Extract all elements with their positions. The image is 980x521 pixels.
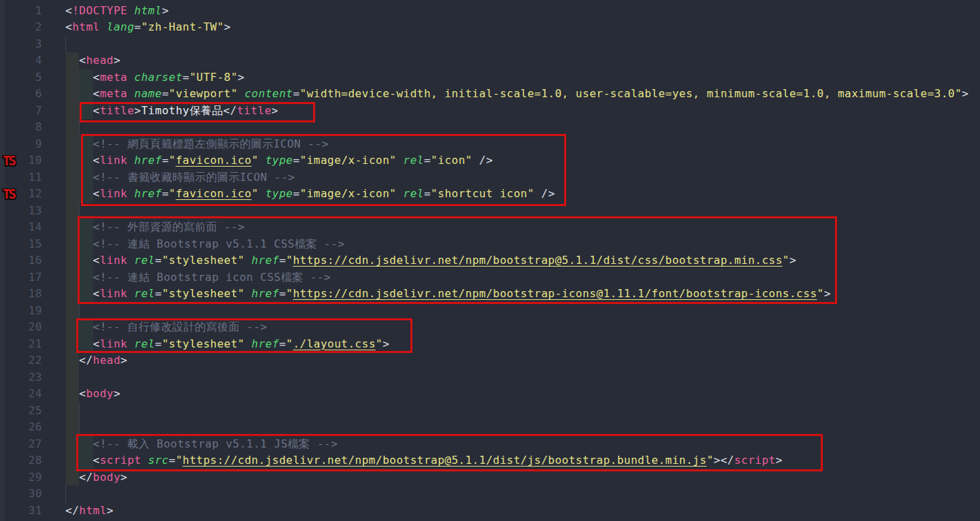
syntax-token: > [114, 54, 120, 67]
line-number[interactable]: 15 [0, 236, 42, 253]
line-number[interactable]: 31 [0, 503, 42, 520]
code-line[interactable]: 24 <body> [0, 386, 980, 403]
line-number[interactable]: 2 [0, 19, 42, 36]
line-number[interactable]: 17 [0, 269, 42, 286]
indent-guide [65, 36, 66, 53]
indent-guide [79, 303, 80, 320]
syntax-token: = [162, 87, 169, 100]
indent-highlight [65, 403, 79, 420]
line-number[interactable]: 29 [0, 469, 42, 486]
line-number[interactable]: 26 [0, 419, 42, 436]
syntax-token: "zh-Hant-TW" [141, 20, 224, 33]
syntax-token: !DOCTYPE [72, 4, 127, 17]
syntax-token: > [120, 471, 127, 484]
code-line[interactable]: 30 [0, 486, 980, 503]
syntax-token: < [65, 54, 86, 67]
indent-highlight [65, 303, 79, 320]
syntax-token: name [127, 87, 162, 100]
line-number[interactable]: 24 [0, 386, 42, 403]
syntax-token: html [79, 504, 107, 517]
syntax-token: body [86, 387, 114, 400]
code-line[interactable]: 19 [0, 303, 980, 320]
code-line[interactable]: 23 [0, 369, 980, 386]
indent-guide [65, 486, 66, 503]
syntax-token: meta [100, 71, 128, 84]
syntax-token: "width=device-width, initial-scale=1.0, … [300, 87, 962, 100]
syntax-token: > [238, 71, 244, 84]
syntax-token: meta [100, 87, 128, 100]
syntax-token: > [962, 87, 968, 100]
favicon-gutter-icon: TS [3, 186, 14, 203]
code-text: <head> [65, 52, 120, 69]
code-text: </head> [65, 352, 127, 369]
code-line[interactable]: 25 [0, 403, 980, 420]
code-text: </body> [65, 469, 127, 486]
line-number[interactable]: 7 [0, 103, 42, 120]
syntax-token: > [107, 504, 114, 517]
code-line[interactable]: 29 </body> [0, 469, 980, 486]
code-line[interactable]: 22 </head> [0, 352, 980, 369]
indent-guide [79, 403, 80, 420]
line-number[interactable]: 16 [0, 252, 42, 269]
indent-highlight [65, 419, 79, 436]
syntax-token: < [65, 87, 100, 100]
line-number[interactable]: 8 [0, 119, 42, 136]
syntax-token: body [93, 471, 121, 484]
line-number[interactable]: 28 [0, 452, 42, 469]
line-number[interactable]: 1 [0, 3, 42, 20]
code-text: <meta charset="UTF-8"> [65, 69, 244, 86]
code-line[interactable]: 2<html lang="zh-Hant-TW"> [0, 19, 980, 36]
syntax-token: content [238, 87, 293, 100]
code-line[interactable]: 4 <head> [0, 52, 980, 69]
line-number[interactable]: 4 [0, 52, 42, 69]
syntax-token: "UTF-8" [189, 71, 238, 84]
code-line[interactable]: 6 <meta name="viewport" content="width=d… [0, 86, 980, 103]
line-number[interactable]: 30 [0, 486, 42, 503]
line-number[interactable]: 21 [0, 336, 42, 353]
syntax-token: html [72, 20, 100, 33]
syntax-token: = [182, 71, 189, 84]
syntax-token: < [65, 20, 72, 33]
syntax-token: > [120, 354, 127, 367]
line-number[interactable]: 18 [0, 286, 42, 303]
annotation-box [80, 102, 315, 122]
annotation-box [76, 318, 412, 353]
code-line[interactable]: 26 [0, 419, 980, 436]
code-text: <!DOCTYPE html> [65, 3, 169, 20]
syntax-token: </ [65, 504, 79, 517]
code-text: <meta name="viewport" content="width=dev… [65, 86, 968, 103]
line-number[interactable]: 25 [0, 403, 42, 420]
line-number[interactable]: 19 [0, 303, 42, 320]
syntax-token: > [114, 387, 120, 400]
line-number[interactable]: 3 [0, 36, 42, 53]
annotation-box [76, 434, 823, 471]
line-number[interactable]: 6 [0, 86, 42, 103]
line-number[interactable]: 23 [0, 369, 42, 386]
indent-guide [79, 419, 80, 436]
line-number[interactable]: 20 [0, 319, 42, 336]
syntax-token: < [65, 71, 100, 84]
line-number[interactable]: 13 [0, 203, 42, 220]
syntax-token: head [86, 54, 114, 67]
syntax-token: html [127, 4, 162, 17]
annotation-box [81, 134, 566, 206]
line-number[interactable]: 5 [0, 69, 42, 86]
code-line[interactable]: 3 [0, 36, 980, 53]
syntax-token: > [224, 20, 231, 33]
syntax-token: "viewport" [169, 87, 238, 100]
annotation-box [78, 216, 837, 304]
line-number[interactable]: 27 [0, 436, 42, 453]
line-number[interactable]: 9 [0, 136, 42, 153]
favicon-gutter-icon: TS [3, 152, 14, 169]
code-editor: 1<!DOCTYPE html>2<html lang="zh-Hant-TW"… [0, 0, 980, 521]
syntax-token: > [162, 4, 169, 17]
code-line[interactable]: 5 <meta charset="UTF-8"> [0, 69, 980, 86]
code-text: <body> [65, 386, 120, 403]
code-line[interactable]: 31</html> [0, 503, 980, 520]
syntax-token: < [65, 4, 72, 17]
line-number[interactable]: 11 [0, 169, 42, 186]
syntax-token: head [93, 354, 121, 367]
line-number[interactable]: 22 [0, 352, 42, 369]
line-number[interactable]: 14 [0, 219, 42, 236]
code-line[interactable]: 1<!DOCTYPE html> [0, 3, 980, 20]
